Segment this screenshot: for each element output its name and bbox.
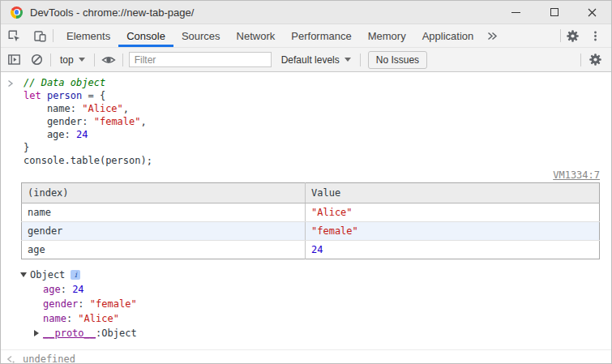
proto-name: __proto__ — [43, 326, 96, 340]
object-property-row: gender: "female" — [20, 297, 600, 311]
console-sidebar-button[interactable] — [2, 49, 25, 71]
settings-button[interactable] — [561, 24, 584, 47]
tab-sources[interactable]: Sources — [173, 24, 229, 47]
live-expression-button[interactable] — [97, 49, 120, 71]
console-settings-button[interactable] — [584, 49, 606, 71]
tabbar-right-controls — [560, 24, 611, 47]
clear-console-button[interactable] — [25, 49, 48, 71]
object-property-row: age: 24 — [20, 282, 600, 297]
devtools-window: DevTools - chrome://new-tab-page/ Elemen… — [0, 0, 612, 364]
table-cell-value: "Alice" — [306, 203, 600, 222]
code-line: name: "Alice", — [24, 102, 600, 115]
no-issues-button[interactable]: No Issues — [368, 51, 427, 69]
table-cell-key: gender — [22, 222, 306, 241]
divider — [580, 54, 581, 66]
panel-tabs: Elements Console Sources Network Perform… — [58, 24, 481, 47]
divider — [360, 54, 361, 66]
code-text: console.table(person); — [24, 155, 152, 166]
table-row: gender "female" — [22, 222, 600, 241]
source-location-link[interactable]: VM1334:7 — [553, 169, 600, 182]
property-value: "Alice" — [78, 313, 119, 324]
result-value: undefined — [23, 353, 75, 363]
more-tabs-button[interactable] — [481, 24, 503, 47]
input-echo-chevron-icon — [7, 79, 14, 88]
proto-value: Object — [101, 326, 136, 340]
eye-icon — [101, 54, 116, 66]
triangle-down-icon[interactable] — [20, 272, 27, 277]
title-bar: DevTools - chrome://new-tab-page/ — [1, 1, 611, 24]
property-separator: : — [66, 313, 78, 324]
code-text: , — [123, 103, 129, 114]
object-tree: Object age: 24 gender: "female" name: "A… — [1, 264, 611, 344]
maximize-icon — [550, 8, 559, 16]
table-cell-value: 24 — [306, 241, 600, 259]
close-button[interactable] — [573, 1, 611, 24]
table-cell-value: "female" — [306, 222, 600, 241]
code-number: 24 — [76, 129, 88, 140]
maximize-button[interactable] — [535, 1, 573, 24]
table-row: name "Alice" — [22, 203, 600, 222]
divider — [50, 54, 51, 66]
main-menu-button[interactable] — [584, 24, 606, 47]
code-line: let person = { — [24, 89, 600, 102]
proto-separator: : — [96, 326, 101, 340]
object-proto-row[interactable]: __proto__: Object — [20, 326, 600, 340]
gear-icon — [588, 53, 602, 66]
table-row: age 24 — [22, 241, 600, 259]
log-levels-label: Default levels — [281, 54, 340, 66]
code-string: "Alice" — [82, 103, 123, 114]
code-text: } — [24, 142, 29, 153]
info-icon — [71, 270, 80, 280]
log-levels-dropdown[interactable]: Default levels — [275, 49, 357, 71]
context-selector-label: top — [60, 54, 74, 66]
table-header-row: (index) Value — [22, 183, 600, 203]
code-text — [41, 90, 47, 101]
console-table-message: VM1334:7 (index) Value name "Alice" gend… — [1, 169, 611, 264]
chevron-down-icon — [79, 58, 85, 62]
object-root-row[interactable]: Object — [20, 268, 600, 282]
property-value: "female" — [90, 298, 137, 310]
return-value-icon — [6, 355, 15, 364]
minimize-icon — [511, 12, 520, 13]
show-sidebar-icon — [7, 53, 21, 66]
table-header-value[interactable]: Value — [306, 183, 600, 203]
window-controls — [497, 1, 611, 24]
tab-application[interactable]: Application — [414, 24, 482, 47]
kebab-menu-icon — [589, 30, 601, 42]
tab-elements[interactable]: Elements — [58, 24, 118, 47]
tab-network[interactable]: Network — [229, 24, 284, 47]
tab-console[interactable]: Console — [118, 24, 173, 47]
tab-performance[interactable]: Performance — [283, 24, 359, 47]
window-title: DevTools - chrome://new-tab-page/ — [30, 6, 194, 19]
property-value: 24 — [72, 284, 83, 295]
divider — [53, 29, 53, 42]
device-toolbar-button[interactable] — [27, 24, 53, 47]
code-line: } — [24, 141, 600, 154]
code-line: // Data object — [24, 76, 600, 89]
property-name: age — [43, 284, 61, 295]
property-separator: : — [78, 298, 89, 310]
code-line: age: 24 — [24, 128, 600, 141]
tab-memory[interactable]: Memory — [360, 24, 414, 47]
inspect-element-button[interactable] — [1, 24, 27, 47]
code-text: = { — [82, 90, 105, 101]
gear-icon — [566, 29, 580, 43]
table-cell-key: age — [22, 241, 306, 259]
code-keyword: let — [24, 90, 41, 101]
divider — [122, 54, 123, 66]
device-toolbar-icon — [33, 29, 47, 43]
close-icon — [588, 8, 597, 17]
devtools-tab-bar: Elements Console Sources Network Perform… — [1, 24, 611, 48]
object-property-row: name: "Alice" — [20, 311, 600, 326]
clear-circle-slash-icon — [30, 53, 44, 66]
chevron-double-right-icon — [486, 30, 499, 42]
filter-input[interactable] — [129, 52, 272, 67]
property-name: gender — [43, 298, 78, 310]
triangle-right-icon[interactable] — [34, 330, 39, 336]
result-row: undefined — [1, 349, 611, 363]
chrome-logo-icon — [11, 6, 23, 19]
minimize-button[interactable] — [497, 1, 535, 24]
context-selector[interactable]: top — [53, 49, 92, 71]
table-header-index[interactable]: (index) — [22, 183, 306, 203]
console-output[interactable]: // Data object let person = { name: "Ali… — [1, 72, 611, 363]
